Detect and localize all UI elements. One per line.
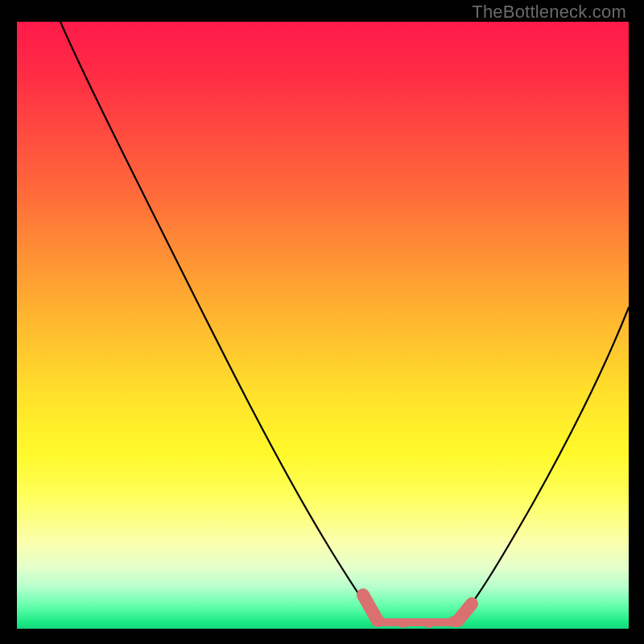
highlight-dot-1 xyxy=(374,615,385,626)
highlight-dot-3 xyxy=(424,618,434,628)
plot-area xyxy=(17,22,629,629)
chart-frame: TheBottleneck.com xyxy=(0,0,644,644)
curve-right-branch xyxy=(458,308,629,621)
highlight-dot-4 xyxy=(448,616,460,627)
curve-left-branch xyxy=(60,22,378,621)
highlight-dot-2 xyxy=(398,618,408,628)
curve-svg xyxy=(17,22,629,629)
attribution-label: TheBottleneck.com xyxy=(472,2,626,23)
highlight-right-cap xyxy=(458,604,472,621)
